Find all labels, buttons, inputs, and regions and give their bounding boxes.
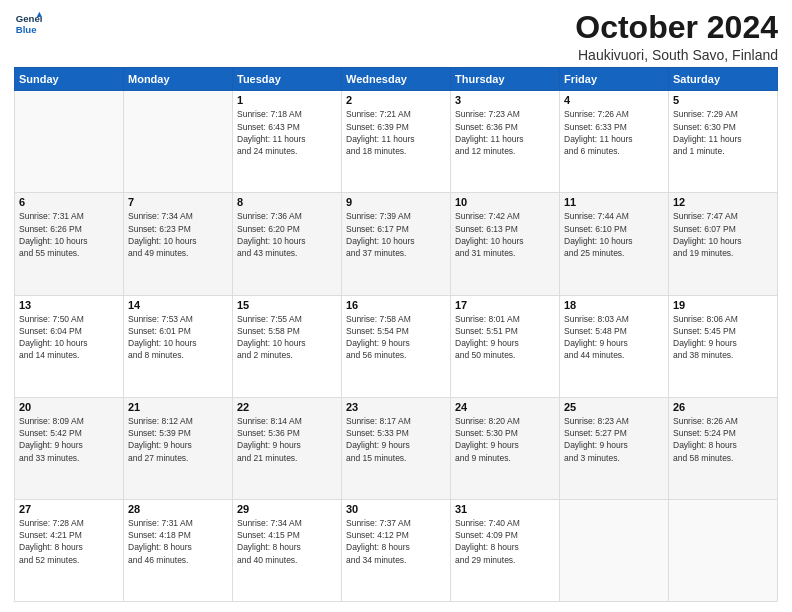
logo: General Blue xyxy=(14,10,42,38)
day-number: 29 xyxy=(237,503,337,515)
day-number: 1 xyxy=(237,94,337,106)
calendar-week-row: 13Sunrise: 7:50 AM Sunset: 6:04 PM Dayli… xyxy=(15,295,778,397)
calendar-cell xyxy=(15,91,124,193)
day-number: 6 xyxy=(19,196,119,208)
day-detail: Sunrise: 7:58 AM Sunset: 5:54 PM Dayligh… xyxy=(346,313,446,362)
col-header-tuesday: Tuesday xyxy=(233,68,342,91)
calendar-cell: 11Sunrise: 7:44 AM Sunset: 6:10 PM Dayli… xyxy=(560,193,669,295)
day-number: 17 xyxy=(455,299,555,311)
calendar-cell: 19Sunrise: 8:06 AM Sunset: 5:45 PM Dayli… xyxy=(669,295,778,397)
col-header-monday: Monday xyxy=(124,68,233,91)
calendar-cell: 14Sunrise: 7:53 AM Sunset: 6:01 PM Dayli… xyxy=(124,295,233,397)
calendar-week-row: 20Sunrise: 8:09 AM Sunset: 5:42 PM Dayli… xyxy=(15,397,778,499)
calendar-cell: 12Sunrise: 7:47 AM Sunset: 6:07 PM Dayli… xyxy=(669,193,778,295)
day-detail: Sunrise: 8:06 AM Sunset: 5:45 PM Dayligh… xyxy=(673,313,773,362)
col-header-saturday: Saturday xyxy=(669,68,778,91)
location-subtitle: Haukivuori, South Savo, Finland xyxy=(575,47,778,63)
col-header-sunday: Sunday xyxy=(15,68,124,91)
calendar-cell: 2Sunrise: 7:21 AM Sunset: 6:39 PM Daylig… xyxy=(342,91,451,193)
day-number: 7 xyxy=(128,196,228,208)
calendar-cell: 26Sunrise: 8:26 AM Sunset: 5:24 PM Dayli… xyxy=(669,397,778,499)
calendar-cell: 23Sunrise: 8:17 AM Sunset: 5:33 PM Dayli… xyxy=(342,397,451,499)
day-detail: Sunrise: 7:40 AM Sunset: 4:09 PM Dayligh… xyxy=(455,517,555,566)
day-detail: Sunrise: 7:31 AM Sunset: 6:26 PM Dayligh… xyxy=(19,210,119,259)
day-detail: Sunrise: 8:01 AM Sunset: 5:51 PM Dayligh… xyxy=(455,313,555,362)
day-detail: Sunrise: 7:18 AM Sunset: 6:43 PM Dayligh… xyxy=(237,108,337,157)
calendar-cell: 6Sunrise: 7:31 AM Sunset: 6:26 PM Daylig… xyxy=(15,193,124,295)
day-detail: Sunrise: 7:50 AM Sunset: 6:04 PM Dayligh… xyxy=(19,313,119,362)
day-number: 18 xyxy=(564,299,664,311)
day-detail: Sunrise: 8:09 AM Sunset: 5:42 PM Dayligh… xyxy=(19,415,119,464)
day-detail: Sunrise: 8:23 AM Sunset: 5:27 PM Dayligh… xyxy=(564,415,664,464)
day-detail: Sunrise: 7:34 AM Sunset: 4:15 PM Dayligh… xyxy=(237,517,337,566)
calendar-cell: 17Sunrise: 8:01 AM Sunset: 5:51 PM Dayli… xyxy=(451,295,560,397)
day-detail: Sunrise: 7:55 AM Sunset: 5:58 PM Dayligh… xyxy=(237,313,337,362)
day-number: 23 xyxy=(346,401,446,413)
day-number: 8 xyxy=(237,196,337,208)
day-number: 27 xyxy=(19,503,119,515)
calendar-cell: 10Sunrise: 7:42 AM Sunset: 6:13 PM Dayli… xyxy=(451,193,560,295)
calendar-header-row: SundayMondayTuesdayWednesdayThursdayFrid… xyxy=(15,68,778,91)
day-number: 30 xyxy=(346,503,446,515)
day-number: 20 xyxy=(19,401,119,413)
calendar-cell: 30Sunrise: 7:37 AM Sunset: 4:12 PM Dayli… xyxy=(342,499,451,601)
calendar-cell: 1Sunrise: 7:18 AM Sunset: 6:43 PM Daylig… xyxy=(233,91,342,193)
day-number: 15 xyxy=(237,299,337,311)
calendar-cell: 28Sunrise: 7:31 AM Sunset: 4:18 PM Dayli… xyxy=(124,499,233,601)
calendar-cell: 5Sunrise: 7:29 AM Sunset: 6:30 PM Daylig… xyxy=(669,91,778,193)
day-detail: Sunrise: 7:28 AM Sunset: 4:21 PM Dayligh… xyxy=(19,517,119,566)
day-detail: Sunrise: 7:39 AM Sunset: 6:17 PM Dayligh… xyxy=(346,210,446,259)
calendar-cell: 25Sunrise: 8:23 AM Sunset: 5:27 PM Dayli… xyxy=(560,397,669,499)
day-detail: Sunrise: 7:31 AM Sunset: 4:18 PM Dayligh… xyxy=(128,517,228,566)
calendar-page: General Blue October 2024 Haukivuori, So… xyxy=(0,0,792,612)
day-number: 22 xyxy=(237,401,337,413)
calendar-cell: 24Sunrise: 8:20 AM Sunset: 5:30 PM Dayli… xyxy=(451,397,560,499)
calendar-cell xyxy=(560,499,669,601)
logo-icon: General Blue xyxy=(14,10,42,38)
calendar-cell: 15Sunrise: 7:55 AM Sunset: 5:58 PM Dayli… xyxy=(233,295,342,397)
calendar-week-row: 27Sunrise: 7:28 AM Sunset: 4:21 PM Dayli… xyxy=(15,499,778,601)
day-detail: Sunrise: 8:26 AM Sunset: 5:24 PM Dayligh… xyxy=(673,415,773,464)
calendar-cell: 18Sunrise: 8:03 AM Sunset: 5:48 PM Dayli… xyxy=(560,295,669,397)
day-number: 31 xyxy=(455,503,555,515)
day-detail: Sunrise: 7:53 AM Sunset: 6:01 PM Dayligh… xyxy=(128,313,228,362)
calendar-cell: 7Sunrise: 7:34 AM Sunset: 6:23 PM Daylig… xyxy=(124,193,233,295)
col-header-thursday: Thursday xyxy=(451,68,560,91)
calendar-week-row: 6Sunrise: 7:31 AM Sunset: 6:26 PM Daylig… xyxy=(15,193,778,295)
col-header-wednesday: Wednesday xyxy=(342,68,451,91)
calendar-cell: 9Sunrise: 7:39 AM Sunset: 6:17 PM Daylig… xyxy=(342,193,451,295)
day-number: 13 xyxy=(19,299,119,311)
day-detail: Sunrise: 7:47 AM Sunset: 6:07 PM Dayligh… xyxy=(673,210,773,259)
calendar-cell: 13Sunrise: 7:50 AM Sunset: 6:04 PM Dayli… xyxy=(15,295,124,397)
calendar-cell: 16Sunrise: 7:58 AM Sunset: 5:54 PM Dayli… xyxy=(342,295,451,397)
svg-text:Blue: Blue xyxy=(16,24,37,35)
calendar-table: SundayMondayTuesdayWednesdayThursdayFrid… xyxy=(14,67,778,602)
day-number: 24 xyxy=(455,401,555,413)
day-detail: Sunrise: 7:21 AM Sunset: 6:39 PM Dayligh… xyxy=(346,108,446,157)
page-header: General Blue October 2024 Haukivuori, So… xyxy=(14,10,778,63)
day-number: 12 xyxy=(673,196,773,208)
day-number: 26 xyxy=(673,401,773,413)
calendar-cell: 20Sunrise: 8:09 AM Sunset: 5:42 PM Dayli… xyxy=(15,397,124,499)
day-number: 16 xyxy=(346,299,446,311)
day-number: 11 xyxy=(564,196,664,208)
day-detail: Sunrise: 7:34 AM Sunset: 6:23 PM Dayligh… xyxy=(128,210,228,259)
day-detail: Sunrise: 8:12 AM Sunset: 5:39 PM Dayligh… xyxy=(128,415,228,464)
title-block: October 2024 Haukivuori, South Savo, Fin… xyxy=(575,10,778,63)
day-number: 25 xyxy=(564,401,664,413)
calendar-cell: 21Sunrise: 8:12 AM Sunset: 5:39 PM Dayli… xyxy=(124,397,233,499)
day-number: 19 xyxy=(673,299,773,311)
calendar-cell: 27Sunrise: 7:28 AM Sunset: 4:21 PM Dayli… xyxy=(15,499,124,601)
calendar-cell: 29Sunrise: 7:34 AM Sunset: 4:15 PM Dayli… xyxy=(233,499,342,601)
day-detail: Sunrise: 7:37 AM Sunset: 4:12 PM Dayligh… xyxy=(346,517,446,566)
day-detail: Sunrise: 8:20 AM Sunset: 5:30 PM Dayligh… xyxy=(455,415,555,464)
calendar-cell xyxy=(124,91,233,193)
day-detail: Sunrise: 8:03 AM Sunset: 5:48 PM Dayligh… xyxy=(564,313,664,362)
calendar-cell: 8Sunrise: 7:36 AM Sunset: 6:20 PM Daylig… xyxy=(233,193,342,295)
day-detail: Sunrise: 7:36 AM Sunset: 6:20 PM Dayligh… xyxy=(237,210,337,259)
day-number: 14 xyxy=(128,299,228,311)
day-detail: Sunrise: 7:26 AM Sunset: 6:33 PM Dayligh… xyxy=(564,108,664,157)
calendar-cell: 4Sunrise: 7:26 AM Sunset: 6:33 PM Daylig… xyxy=(560,91,669,193)
day-detail: Sunrise: 8:17 AM Sunset: 5:33 PM Dayligh… xyxy=(346,415,446,464)
day-number: 5 xyxy=(673,94,773,106)
